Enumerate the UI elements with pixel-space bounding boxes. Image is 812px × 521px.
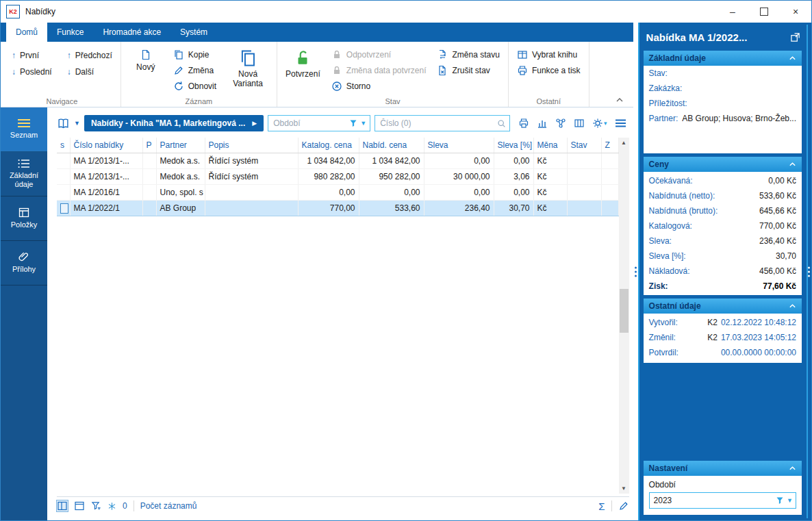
copy-icon xyxy=(173,49,184,60)
chevron-up-icon xyxy=(789,55,796,61)
chevron-up-icon xyxy=(789,466,796,471)
col-header-s[interactable]: s xyxy=(57,138,70,153)
open-in-window-icon[interactable] xyxy=(790,32,800,42)
grid-view-icon[interactable] xyxy=(57,500,68,511)
close-button[interactable]: × xyxy=(780,1,811,23)
tab-domu[interactable]: Domů xyxy=(6,23,47,42)
scrollbar-thumb[interactable] xyxy=(620,289,629,333)
panel-edge-grip[interactable] xyxy=(808,266,810,277)
settings-menu[interactable]: ▾ xyxy=(592,118,607,129)
section-header-ostatni[interactable]: Ostatní údaje xyxy=(644,298,802,314)
paperclip-icon xyxy=(18,251,29,262)
new-button[interactable]: Nový xyxy=(127,47,165,75)
col-header-p[interactable]: P xyxy=(142,138,156,153)
cancel-record-label: Storno xyxy=(346,81,370,91)
book-open-icon[interactable] xyxy=(57,118,70,129)
refresh-button[interactable]: Obnovit xyxy=(170,80,219,92)
minimize-button[interactable]: – xyxy=(717,1,748,23)
col-header-partner[interactable]: Partner xyxy=(156,138,205,153)
copy-button[interactable]: Kopie xyxy=(170,49,219,61)
book-title-bar[interactable]: Nabídky - Kniha "MA 1, Marketingová ... … xyxy=(84,115,264,131)
col-header-popis[interactable]: Popis xyxy=(205,138,298,153)
card-view-icon[interactable] xyxy=(74,500,85,511)
sidebar-item-zakladni-udaje[interactable]: Základní údaje xyxy=(1,152,47,196)
period-filter-input[interactable] xyxy=(272,118,346,129)
section-title: Ceny xyxy=(649,160,669,169)
row-cursor xyxy=(60,203,68,214)
chevron-down-icon[interactable]: ▼ xyxy=(74,120,80,127)
sum-icon[interactable]: Σ xyxy=(598,500,605,512)
section-zakladni-udaje: Základní údaje Stav: Zakázka: xyxy=(644,51,802,153)
freeze-snowflake-icon[interactable] xyxy=(107,502,116,511)
section-title: Základní údaje xyxy=(649,53,706,63)
scroll-up-arrow[interactable]: ▲ xyxy=(619,138,629,148)
lock-gray-icon xyxy=(331,49,342,60)
period-filter-combo[interactable]: ▼ xyxy=(268,115,370,131)
field-nakladova: Nákladová:456,00 Kč xyxy=(644,264,802,279)
edit-pencil-icon[interactable] xyxy=(618,500,629,511)
last-button[interactable]: ↓ Poslední xyxy=(9,66,55,77)
maximize-button[interactable] xyxy=(748,1,780,23)
ribbon-tabbar: Domů Funkce Hromadné akce Systém xyxy=(1,23,633,42)
period-setting-combo[interactable]: ▼ xyxy=(649,492,796,509)
tab-system[interactable]: Systém xyxy=(170,23,217,42)
search-icon xyxy=(497,119,506,128)
sidebar-item-polozky[interactable]: Položky xyxy=(1,196,47,241)
previous-button[interactable]: ↑ Předchozí xyxy=(64,50,115,61)
period-setting-input[interactable] xyxy=(652,495,774,506)
col-header-mena[interactable]: Měna xyxy=(533,138,567,153)
section-header-ceny[interactable]: Ceny xyxy=(644,157,802,172)
tab-funkce[interactable]: Funkce xyxy=(47,23,93,42)
field-zakazka: Zakázka: xyxy=(644,81,802,96)
col-header-z[interactable]: Z xyxy=(601,138,618,153)
field-zmenil: Změnil: K2 17.03.2023 14:05:12 xyxy=(644,330,802,345)
first-button[interactable]: ↑ První xyxy=(9,50,55,61)
sidebar-label: Položky xyxy=(11,220,38,229)
sidebar-item-seznam[interactable]: Seznam xyxy=(1,107,47,152)
vertical-scrollbar[interactable]: ▲ ▼ xyxy=(619,138,629,494)
next-button[interactable]: ↓ Další xyxy=(64,66,115,77)
sidebar-item-prilohy[interactable]: Přílohy xyxy=(1,241,47,285)
col-header-cislo[interactable]: Číslo nabídky xyxy=(70,138,142,153)
table-row[interactable]: MA 1/2013/1-... Medok a.s. Řídící systém… xyxy=(57,153,618,169)
functions-print-button[interactable]: Funkce a tisk xyxy=(514,64,583,77)
select-book-button[interactable]: Vybrat knihu xyxy=(514,49,583,61)
book-columns-icon xyxy=(517,49,528,60)
chart-icon[interactable] xyxy=(537,118,548,129)
book-title: Nabídky - Kniha "MA 1, Marketingová ... xyxy=(91,118,245,128)
menu-icon[interactable] xyxy=(615,118,626,128)
tab-hromadne-akce[interactable]: Hromadné akce xyxy=(93,23,170,42)
form-icon xyxy=(18,207,29,218)
table-row[interactable]: MA 1/2016/1 Uno, spol. s r... 0,00 0,00 … xyxy=(57,185,618,201)
section-header-nastaveni[interactable]: Nastavení xyxy=(644,461,802,476)
filter-icon[interactable] xyxy=(91,501,101,511)
col-header-katalog[interactable]: Katalog. cena xyxy=(298,138,359,153)
confirm-button[interactable]: Potvrzení xyxy=(283,47,323,81)
col-header-sleva[interactable]: Sleva xyxy=(424,138,494,153)
change-state-button[interactable]: Změna stavu xyxy=(435,49,503,61)
funnel-icon xyxy=(349,119,357,127)
edit-button[interactable]: Změna xyxy=(170,64,219,77)
previous-label: Předchozí xyxy=(75,51,112,60)
columns-icon[interactable] xyxy=(574,118,585,129)
panel-splitter[interactable] xyxy=(633,23,639,520)
new-variant-button[interactable]: Nová Varianta xyxy=(225,47,271,91)
chevron-up-icon xyxy=(789,303,796,309)
col-header-nabid[interactable]: Nabíd. cena xyxy=(359,138,424,153)
number-search-box[interactable] xyxy=(375,115,510,131)
section-header-zakladni[interactable]: Základní údaje xyxy=(644,51,802,66)
collapse-ribbon-button[interactable] xyxy=(616,97,624,103)
scroll-down-arrow[interactable]: ▼ xyxy=(619,483,629,494)
print-icon[interactable] xyxy=(518,118,529,129)
document-arrows-icon xyxy=(437,49,448,60)
cancel-record-button[interactable]: Storno xyxy=(329,80,429,92)
table-row-selected[interactable]: MA 1/2022/1 AB Group 770,00 533,60 236,4… xyxy=(57,201,618,216)
clear-state-button[interactable]: Zrušit stav xyxy=(435,64,503,77)
col-header-stav[interactable]: Stav xyxy=(567,138,601,153)
unconfirm-label: Odpotvrzení xyxy=(346,50,391,60)
table-row[interactable]: MA 1/2013/1-... Medok a.s. Řídící systém… xyxy=(57,169,618,185)
number-search-input[interactable] xyxy=(379,118,494,129)
col-header-sleva-pct[interactable]: Sleva [%] xyxy=(494,138,533,153)
window-title: Nabídky xyxy=(25,7,55,16)
analysis-icon[interactable] xyxy=(555,118,566,129)
